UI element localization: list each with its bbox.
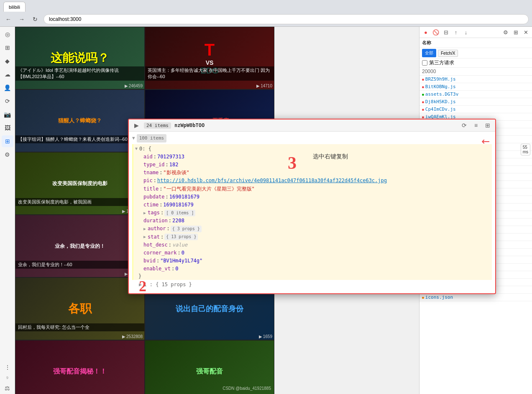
- json-row-100items: ▼ 100 items: [132, 133, 492, 143]
- watermark: CSDN @baidu_41921885: [223, 386, 271, 391]
- json-field-author: ▶ author: { 3 props }: [143, 225, 490, 233]
- json-field-typeid: type_id: 182: [143, 161, 490, 169]
- network-item[interactable]: ●icons.json: [419, 294, 532, 301]
- sidebar-icon-filter[interactable]: ⚖: [2, 382, 13, 394]
- browser-address-bar: ← → ↻ localhost:3000: [0, 12, 532, 27]
- json-expand-btn[interactable]: ▶: [132, 121, 141, 130]
- json-item-0-close: }: [135, 273, 490, 279]
- json-copy-btn[interactable]: ⟳: [460, 121, 468, 130]
- filter-btn-fetch[interactable]: Fetch/X: [438, 50, 458, 57]
- sidebar-icon-more[interactable]: ⋮: [2, 361, 13, 373]
- devtools-import-btn[interactable]: ↑: [451, 28, 460, 37]
- address-input[interactable]: localhost:3000: [43, 14, 529, 24]
- filter-btn-all[interactable]: 全部: [422, 49, 436, 57]
- filter-row-value: 20000: [419, 68, 532, 76]
- devtools-clear-btn[interactable]: 🚫: [431, 28, 440, 37]
- browser-chrome: bilibili ← → ↻ localhost:3000: [0, 0, 532, 27]
- json-field-stat: ▶ stat: { 13 props }: [143, 233, 490, 241]
- sidebar-icon-image[interactable]: 🖼: [2, 122, 13, 134]
- browser-tab-bar: bilibili: [0, 0, 532, 12]
- sidebar-count: 9: [6, 375, 8, 381]
- json-item-0-body: aid: 701297313 type_id: 182 tname: "影视杂谈…: [135, 153, 490, 273]
- network-item[interactable]: ●BRZ59h9H.js: [419, 76, 532, 83]
- devtools-dock-btn[interactable]: ⊞: [511, 28, 520, 37]
- video-text-1: 这能说吗？: [51, 50, 109, 66]
- json-field-bvid: bvid: "BV1Hm4y1L74g": [143, 257, 490, 265]
- active-tab[interactable]: bilibili: [3, 2, 26, 12]
- url-text: localhost:3000: [49, 16, 81, 22]
- video-count-10: ▶1659: [259, 334, 272, 339]
- json-more-rows: ▶1 : { 15 props }▶2 : { 15 props }▶3 : {…: [132, 281, 492, 289]
- devtools-record-btn[interactable]: ●: [421, 28, 430, 37]
- network-item[interactable]: ●Cp4ImCDv.js: [419, 106, 532, 113]
- devtools-filter-btn[interactable]: ⊟: [441, 28, 450, 37]
- json-field-enablevt: enable_vt: 0: [143, 265, 490, 273]
- video-count-2: ▶14710: [256, 84, 272, 88]
- json-field-tags: ▶ tags: [ 0 items ]: [143, 209, 490, 217]
- content-area: 这能说吗？ 《アイドル》Idol 李艺彤演绎超越时代的偶像传说【BML2023单…: [15, 27, 532, 394]
- video-count-9: ▶2532808: [122, 334, 143, 339]
- sidebar-icon-people[interactable]: 👤: [2, 82, 13, 94]
- video-thumb-1[interactable]: 这能说吗？ 《アイドル》Idol 李艺彤演绎超越时代的偶像传说【BML2023单…: [15, 27, 145, 89]
- json-item-0: ▼ 0 : { aid: 701297313 type_id: 182: [132, 144, 492, 280]
- json-badge-24: 24 items: [144, 122, 171, 129]
- video-thumb-7[interactable]: 业余，我们是专业的！ 业余，我们是专业的！--60 ▶995080: [15, 215, 145, 277]
- network-item[interactable]: ●assets.DGT3v: [419, 91, 532, 98]
- sidebar-icon-diamond[interactable]: ◆: [2, 55, 13, 67]
- json-item-0-header: ▼ 0 : {: [135, 145, 490, 153]
- json-collapse-0[interactable]: ▼: [135, 145, 138, 152]
- video-thumb-5[interactable]: 改变美国医保制度的电影 改变美国医保制度的电影，被我国画 ▶1382750: [15, 152, 145, 215]
- json-field-title: title: "一口气看完美剧大片《星期三》完整版": [143, 185, 490, 193]
- sidebar-icons: ◎ ⊞ ◆ ☁ 👤 ⟳ 📷 🖼 ⊞ ⚙ ⋮ 9 ⚖: [0, 27, 15, 394]
- json-field-pic: pic: http://i0.hdslb.com/bfs/archive/4e0…: [143, 177, 490, 185]
- devtools-ms-label: 55ms: [521, 144, 530, 155]
- json-field-ctime: ctime: 1690181679: [143, 201, 490, 209]
- json-more-btn[interactable]: ⊞: [483, 121, 492, 130]
- json-row-item: ▶1 : { 15 props }: [132, 281, 492, 289]
- video-count-1: ▶246459: [125, 84, 143, 88]
- refresh-button[interactable]: ↻: [30, 14, 40, 24]
- video-thumb-9[interactable]: 各职 回村后，我每天研究: 怎么当一个全 ▶2532808: [15, 277, 145, 340]
- sidebar-icon-sync[interactable]: ⟳: [2, 95, 13, 107]
- json-node-name: nzWpW0bTOO: [174, 122, 457, 128]
- main-layout: ◎ ⊞ ◆ ☁ 👤 ⟳ 📷 🖼 ⊞ ⚙ ⋮ 9 ⚖ 这能说吗？ 《アイドル》Id…: [0, 27, 532, 394]
- filter-row-all: 全部 Fetch/X: [419, 48, 532, 58]
- filter-checkbox-third[interactable]: [422, 60, 427, 66]
- devtools-settings-btn[interactable]: ⚙: [501, 28, 510, 37]
- network-item[interactable]: ●BitKOBNg.js: [419, 83, 532, 91]
- network-item[interactable]: ●Dj8kH5KD.js: [419, 98, 532, 106]
- json-filter-btn[interactable]: ≡: [472, 121, 480, 130]
- filter-row-third: 第三方请求: [419, 58, 532, 68]
- json-toolbar: ⟳ ≡ ⊞: [460, 121, 492, 130]
- devtools-toolbar: ● 🚫 ⊟ ↑ ↓ ⚙ ⊞ ✕: [419, 27, 532, 38]
- video-thumb-2[interactable]: T VS EDG 英国博主：多年经验告诚大家 在中国晚上千万不要出门 因为你会-…: [145, 27, 274, 89]
- sidebar-icon-settings2[interactable]: ⚙: [2, 149, 13, 160]
- video-title-5: 改变美国医保制度的电影，被我国画: [15, 198, 144, 206]
- json-badge-100: 100 items: [137, 134, 167, 142]
- forward-button[interactable]: →: [17, 14, 27, 24]
- sidebar-icon-grid[interactable]: ⊞: [2, 42, 13, 53]
- sidebar-icon-camera[interactable]: 📷: [2, 109, 13, 120]
- sidebar-icon-logo[interactable]: ◎: [2, 28, 13, 40]
- sidebar-icon-apps[interactable]: ⊞: [2, 135, 13, 147]
- json-body: ▼ 100 items ▼ 0 : { aid: 701297313: [129, 132, 495, 289]
- json-field-tname: tname: "影视杂谈": [143, 169, 490, 177]
- video-title-3: 【接字组词】猫醉人？蟑螂烧？来看人类创造新词--60: [15, 135, 144, 143]
- devtools-close-btn[interactable]: ✕: [521, 28, 530, 37]
- back-button[interactable]: ←: [3, 14, 13, 24]
- json-field-pubdate: pubdate: 1690181679: [143, 193, 490, 201]
- video-thumb-11[interactable]: 强哥配音揭秘！！ ▶1119864: [15, 340, 145, 394]
- tab-title: bilibili: [9, 5, 20, 10]
- devtools-export-btn[interactable]: ↓: [461, 28, 471, 37]
- video-thumb-3[interactable]: 猫醒人？蟑螂烧？ 【接字组词】猫醉人？蟑螂烧？来看人类创造新词--60 ▶504: [15, 89, 145, 152]
- sidebar-icon-cloud[interactable]: ☁: [2, 69, 13, 80]
- annotation-label-copy: 选中右键复制: [313, 153, 348, 160]
- annotation-arrow-2: 2: [139, 277, 146, 295]
- video-title-2: 英国博主：多年经验告诚大家 在中国晚上千万不要出门 因为你会--60: [145, 66, 274, 81]
- video-title-1: 《アイドル》Idol 李艺彤演绎超越时代的偶像传说【BML2023单品】--60: [15, 66, 144, 81]
- annotation-arrow-3: 3: [288, 153, 297, 173]
- video-text-11: 强哥配音揭秘！！: [15, 341, 144, 394]
- json-header: ▶ 24 items nzWpW0bTOO ⟳ ≡ ⊞: [129, 119, 495, 132]
- json-field-hotdesc: hot_desc: value: [143, 241, 490, 249]
- filter-value: 20000: [422, 69, 436, 74]
